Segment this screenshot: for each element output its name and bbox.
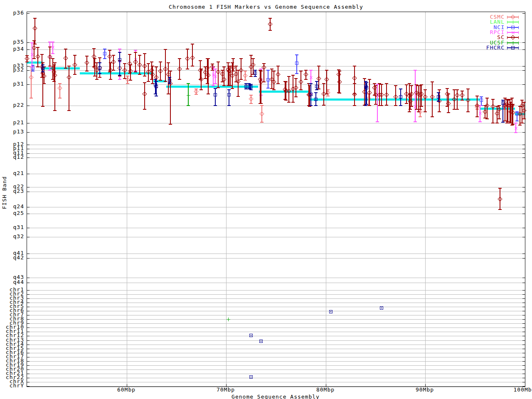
error-bar [229,90,229,106]
sc-point-marker-dot [318,78,319,79]
legend-sample-cap [518,47,519,49]
sc-point-marker-dot [270,24,271,25]
fhcrc-point-marker-dot [310,94,311,95]
error-bar-cap-top [32,40,36,41]
error-bar-cap-bottom [495,123,499,123]
csmc-point-marker-dot [196,91,197,92]
sc-point-marker-dot [37,56,38,57]
error-bar-cap-top [337,69,340,70]
fhcrc-point-marker-dot [330,311,331,312]
y-tick-right [522,174,525,174]
y-tick-left [27,290,30,291]
error-bar-cap-bottom [287,102,291,103]
error-bar-cap-top [364,81,367,82]
error-bar-cap-bottom [447,112,450,113]
error-bar-cap-top [58,83,62,84]
error-bar-cap-bottom [129,80,132,81]
error-bar-cap-top [480,96,483,97]
error-bar-cap-top [437,92,440,93]
sc-point-marker-dot [160,71,161,71]
y-tick-left [27,42,30,43]
sc-point-marker-dot [110,70,111,71]
y-tick-left [27,214,30,214]
h-gridline [27,298,525,299]
y-tick-right [522,214,525,214]
y-tick-left [27,228,30,228]
sc-point-marker-dot [69,77,69,78]
legend-csmc-marker-dot [512,17,513,17]
error-bar-cap-top [73,55,76,56]
assembly-segment [80,72,153,74]
error-bar-cap-bottom [239,79,243,80]
band-tick-label: q24 [0,204,24,209]
error-bar [416,85,417,109]
y-tick-left [27,298,30,299]
y-tick-right [522,303,525,303]
error-bar-cap-bottom [376,121,379,122]
error-bar-cap-top [276,66,280,66]
error-bar-cap-bottom [229,85,232,86]
y-tick-left [27,106,30,106]
error-bar-cap-bottom [30,98,33,99]
band-tick-label: p32 [0,67,24,72]
error-bar [218,62,219,88]
sc-point-marker-dot [34,47,34,48]
sc-point-marker-dot [374,87,375,88]
sc-point-marker-dot [205,72,206,73]
error-bar-cap-bottom [259,103,263,104]
error-bar-cap-top [291,75,295,76]
sc-point-marker-dot [192,57,193,58]
h-gridline [27,149,525,149]
error-bar-cap-bottom [134,71,137,72]
csmc-point-marker-dot [251,99,251,99]
y-tick-right [522,66,525,66]
error-bar-cap-top [51,58,54,59]
nci-point-marker-dot [104,53,105,54]
error-bar-cap-bottom [304,79,308,80]
y-tick-right [522,332,525,332]
error-bar-cap-bottom [178,79,181,80]
fhcrc-point-marker-dot [438,96,439,97]
error-bar-cap-bottom [399,105,402,106]
error-bar [119,52,120,75]
fhcrc-point-marker-dot [255,73,256,74]
error-bar-cap-top [501,100,505,101]
error-bar-cap-top [485,98,489,99]
sc-point-marker-dot [94,66,95,67]
y-tick-right [522,307,525,307]
sc-point-marker-dot [410,101,411,102]
error-bar-cap-top [294,78,298,79]
sc-point-marker-dot [326,79,327,80]
band-tick-label: p22 [0,102,24,108]
error-bar-cap-bottom [212,85,215,86]
error-bar-cap-bottom [409,109,412,110]
error-bar-cap-bottom [155,96,158,96]
legend-sample-cap [507,16,507,19]
error-bar-cap-bottom [408,111,411,112]
error-bar-cap-top [155,66,158,67]
error-bar-cap-bottom [231,88,234,89]
error-bar-cap-top [155,81,158,82]
error-bar-cap-bottom [25,62,29,62]
error-bar-cap-bottom [30,66,34,67]
error-bar-cap-top [178,58,181,59]
error-bar-cap-top [260,105,264,106]
error-bar-cap-top [508,99,512,100]
sc-point-marker-dot [300,81,301,82]
h-gridline [27,311,525,311]
fhcrc-point-marker-dot [215,94,216,95]
error-bar-cap-bottom [308,106,311,107]
legend-ucsf-marker [511,41,515,45]
band-tick-label: p36 [0,10,24,15]
error-bar-cap-bottom [419,116,422,117]
error-bar-cap-top [309,83,313,84]
error-bar [425,90,426,112]
error-bar-cap-bottom [365,104,368,105]
sc-point-marker-dot [212,66,213,67]
h-gridline [27,319,525,320]
h-gridline [27,187,525,187]
sc-point-marker-dot [499,109,500,110]
error-bar-cap-bottom [291,102,295,103]
error-bar-cap-top [164,49,167,50]
sc-point-marker-dot [86,62,87,63]
